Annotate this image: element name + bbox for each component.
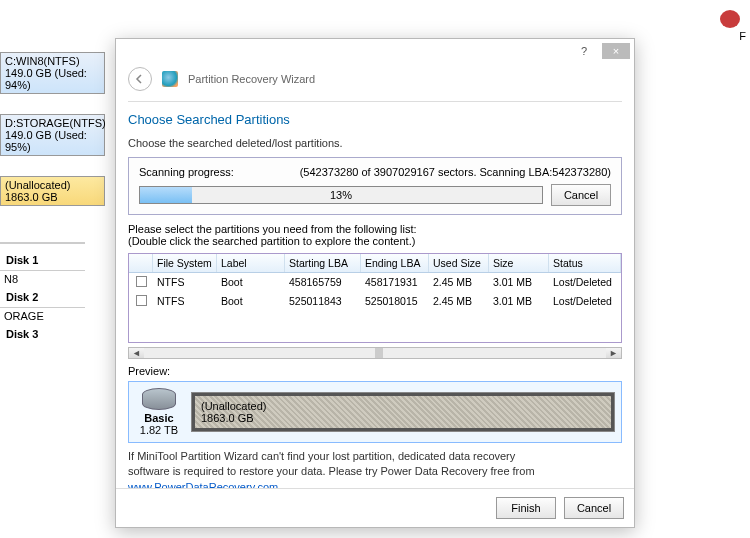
close-button[interactable]: × (602, 43, 630, 59)
col-label[interactable]: Label (217, 254, 285, 272)
progress-bar: 13% (139, 186, 543, 204)
top-right-letter: F (739, 30, 746, 42)
section-title: Choose Searched Partitions (128, 110, 622, 137)
table-row[interactable]: NTFS Boot 458165759 458171931 2.45 MB 3.… (129, 273, 621, 292)
partition-recovery-dialog: ? × Partition Recovery Wizard Choose Sea… (115, 38, 635, 528)
scan-label: Scanning progress: (139, 166, 234, 178)
row-checkbox[interactable] (136, 276, 147, 287)
list-hint: Please select the partitions you need fr… (128, 223, 622, 235)
col-used-size[interactable]: Used Size (429, 254, 489, 272)
table-row[interactable]: NTFS Boot 525011843 525018015 2.45 MB 3.… (129, 292, 621, 311)
col-ending-lba[interactable]: Ending LBA (361, 254, 429, 272)
progress-fill (140, 187, 192, 203)
col-starting-lba[interactable]: Starting LBA (285, 254, 361, 272)
disk-icon (142, 388, 176, 410)
bg-partition: D:STORAGE(NTFS) 149.0 GB (Used: 95%) (0, 114, 105, 156)
recovery-link[interactable]: www.PowerDataRecovery.com (128, 481, 278, 488)
list-hint-2: (Double click the searched partition to … (128, 235, 622, 247)
help-button[interactable]: ? (570, 43, 598, 59)
col-filesystem[interactable]: File System (153, 254, 217, 272)
bg-partition: C:WIN8(NTFS) 149.0 GB (Used: 94%) (0, 52, 105, 94)
instruction-text: Choose the searched deleted/lost partiti… (128, 137, 622, 149)
row-checkbox[interactable] (136, 295, 147, 306)
horizontal-scrollbar[interactable]: ◄ ► (128, 347, 622, 359)
col-status[interactable]: Status (549, 254, 621, 272)
bg-partition: (Unallocated) 1863.0 GB (0, 176, 105, 206)
footnote: If MiniTool Partition Wizard can't find … (128, 449, 622, 488)
scroll-right-button[interactable]: ► (606, 348, 621, 358)
progress-text: 13% (330, 189, 352, 201)
preview-label: Preview: (128, 365, 622, 377)
cancel-button[interactable]: Cancel (564, 497, 624, 519)
scan-progress-box: Scanning progress: (542373280 of 3907029… (128, 157, 622, 215)
app-icon (162, 71, 178, 87)
finish-button[interactable]: Finish (496, 497, 556, 519)
col-size[interactable]: Size (489, 254, 549, 272)
back-button[interactable] (128, 67, 152, 91)
dialog-title: Partition Recovery Wizard (188, 73, 315, 85)
scan-status: (542373280 of 3907029167 sectors. Scanni… (300, 166, 611, 178)
arrow-left-icon (134, 73, 146, 85)
preview-box: Basic 1.82 TB (Unallocated) 1863.0 GB (128, 381, 622, 443)
partition-table: File System Label Starting LBA Ending LB… (128, 253, 622, 343)
scroll-left-button[interactable]: ◄ (129, 348, 144, 358)
scan-cancel-button[interactable]: Cancel (551, 184, 611, 206)
preview-partition-block[interactable]: (Unallocated) 1863.0 GB (191, 392, 615, 432)
